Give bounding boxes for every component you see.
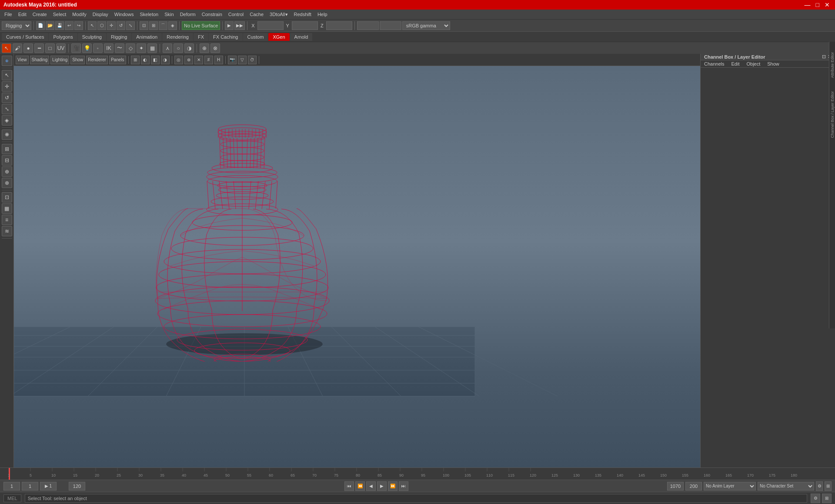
close-button[interactable]: ✕ — [823, 1, 832, 8]
tab-fx-caching[interactable]: FX Caching — [209, 33, 242, 41]
lasso-tool-button[interactable]: ⬡ — [97, 21, 106, 30]
value2-input[interactable]: 1.00 — [380, 21, 401, 30]
vertex-icon-btn[interactable]: ● — [23, 43, 33, 53]
menu-3dtool[interactable]: 3DtoAll▾ — [267, 11, 290, 18]
camera-icon-btn[interactable]: 🎥 — [71, 43, 81, 53]
wireframe-btn[interactable]: ⊞ — [131, 56, 140, 64]
new-file-button[interactable]: 📄 — [36, 21, 45, 30]
select-mask-btn[interactable]: ▽ — [238, 56, 247, 64]
tab-fx[interactable]: FX — [194, 33, 208, 41]
menu-select[interactable]: Select — [50, 11, 69, 18]
tab-rigging[interactable]: Rigging — [107, 33, 131, 41]
status-icon-1[interactable]: ⚙ — [811, 494, 820, 503]
tab-xgen[interactable]: XGen — [268, 33, 289, 41]
tools2-side[interactable]: ▦ — [2, 203, 12, 214]
snap-surface-button[interactable]: ◈ — [168, 21, 177, 30]
light-btn[interactable]: ◑ — [161, 56, 170, 64]
menu-display[interactable]: Display — [90, 11, 111, 18]
uv-icon-btn[interactable]: UV — [56, 43, 66, 53]
light-icon-btn[interactable]: 💡 — [82, 43, 92, 53]
minimize-button[interactable]: — — [803, 1, 812, 8]
anim-end-input[interactable] — [685, 482, 702, 491]
tab-show[interactable]: Show — [764, 60, 783, 67]
aa-btn[interactable]: ✕ — [194, 56, 203, 64]
menu-help[interactable]: Help — [315, 11, 330, 18]
step-fwd-btn[interactable]: ⏩ — [388, 481, 397, 491]
res-btn[interactable]: ⊛ — [184, 56, 193, 64]
menu-control[interactable]: Control — [226, 11, 246, 18]
render-button[interactable]: ▶ — [225, 21, 234, 30]
menu-modify[interactable]: Modify — [70, 11, 89, 18]
move-tool-side[interactable]: ✛ — [2, 81, 12, 92]
paint-icon-btn[interactable]: 🖌 — [13, 43, 22, 53]
select-tool-side[interactable]: ↖ — [2, 70, 12, 80]
go-to-start-btn[interactable]: ⏮ — [344, 481, 354, 491]
tab-curves-surfaces[interactable]: Curves / Surfaces — [2, 33, 48, 41]
tools1-side[interactable]: ⊡ — [2, 192, 12, 202]
x-value[interactable] — [257, 21, 284, 30]
play-back-btn[interactable]: ◀ — [366, 481, 376, 491]
select-icon-btn[interactable]: ↖ — [2, 43, 11, 53]
viewport-3d[interactable]: .wire { stroke: #cc1144; stroke-width: 1… — [14, 66, 700, 504]
nrigid-icon-btn[interactable]: ▦ — [147, 43, 157, 53]
snap-curve-button[interactable]: ⌒ — [159, 21, 167, 30]
scale-tool-button[interactable]: ⤡ — [126, 21, 135, 30]
joint-icon-btn[interactable]: ◦ — [93, 43, 103, 53]
anim-layer-select[interactable]: No Anim Layer — [704, 482, 756, 491]
camera-btn[interactable]: 📷 — [228, 56, 237, 64]
rotate-tool-side[interactable]: ↺ — [2, 93, 12, 103]
tab-edit[interactable]: Edit — [728, 60, 743, 67]
undo-button[interactable]: ↩ — [65, 21, 73, 30]
nparticle-icon-btn[interactable]: ✦ — [137, 43, 146, 53]
edge-icon-btn[interactable]: ━ — [34, 43, 44, 53]
manip3-side[interactable]: ⊕ — [2, 166, 12, 177]
grid-btn[interactable]: # — [204, 56, 213, 64]
input-type-label[interactable]: MEL — [3, 494, 21, 502]
frame-range-btn[interactable]: ▶ 1 — [40, 482, 57, 491]
mel-input[interactable]: Select Tool: select an object — [25, 494, 807, 503]
redo-button[interactable]: ↪ — [74, 21, 83, 30]
status-icon-2[interactable]: ⊞ — [822, 494, 832, 503]
step-back-btn[interactable]: ⏪ — [355, 481, 365, 491]
tab-custom[interactable]: Custom — [243, 33, 268, 41]
hud-btn[interactable]: H — [214, 56, 223, 64]
shading-menu[interactable]: Shading — [30, 56, 50, 64]
move-tool-button[interactable]: ✛ — [107, 21, 116, 30]
show-menu[interactable]: Show — [70, 56, 85, 64]
soft-sel-side[interactable]: ❋ — [2, 129, 12, 140]
save-file-button[interactable]: 💾 — [55, 21, 64, 30]
renderer-menu[interactable]: Renderer — [86, 56, 108, 64]
deform-icon-btn[interactable]: ⋏ — [163, 43, 172, 53]
value1-input[interactable]: 0.00 — [357, 21, 379, 30]
tab-arnold[interactable]: Arnold — [290, 33, 313, 41]
select-tool-button[interactable]: ↖ — [88, 21, 97, 30]
cluster-icon-btn[interactable]: ○ — [174, 43, 183, 53]
constraint-icon-btn[interactable]: ⊕ — [200, 43, 209, 53]
current-frame-input[interactable] — [22, 482, 38, 491]
char-set-btn[interactable]: ⊞ — [825, 481, 832, 491]
menu-create[interactable]: Create — [30, 11, 50, 18]
tab-rendering[interactable]: Rendering — [162, 33, 193, 41]
tools3-side[interactable]: ≡ — [2, 215, 12, 225]
hair-icon-btn[interactable]: 〜 — [115, 43, 124, 53]
panels-menu[interactable]: Panels — [109, 56, 126, 64]
menu-skin[interactable]: Skin — [162, 11, 176, 18]
auto-key-btn[interactable]: ⚙ — [816, 481, 823, 491]
texture-btn[interactable]: ◧ — [151, 56, 160, 64]
menu-file[interactable]: File — [2, 11, 15, 18]
module-select[interactable]: Rigging — [2, 21, 31, 30]
last-tool-side[interactable]: ◈ — [2, 115, 12, 126]
tab-animation[interactable]: Animation — [132, 33, 162, 41]
render-seq-button[interactable]: ▶▶ — [234, 21, 245, 30]
colorspace-select[interactable]: sRGB gamma — [402, 21, 450, 30]
lighting-menu[interactable]: Lighting — [50, 56, 69, 64]
z-value[interactable] — [326, 21, 352, 30]
ncloth-icon-btn[interactable]: ◇ — [126, 43, 135, 53]
menu-skeleton[interactable]: Skeleton — [137, 11, 161, 18]
scale-tool-side[interactable]: ⤡ — [2, 104, 12, 114]
menu-edit[interactable]: Edit — [16, 11, 29, 18]
tab-polygons[interactable]: Polygons — [49, 33, 77, 41]
go-to-end-btn[interactable]: ⏭ — [399, 481, 408, 491]
view-menu[interactable]: View — [16, 56, 29, 64]
tab-channels[interactable]: Channels — [701, 60, 728, 67]
